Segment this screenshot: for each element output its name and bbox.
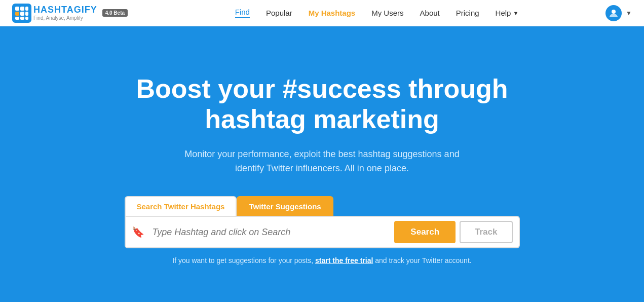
nav-links: Find Popular My Hashtags My Users About … — [148, 8, 605, 18]
svg-rect-5 — [20, 12, 24, 16]
search-row: 🔖 Search Track — [125, 216, 520, 248]
hero-title: Boost your #success through hashtag mark… — [94, 74, 550, 135]
nav-link-pricing[interactable]: Pricing — [456, 9, 479, 17]
search-input[interactable] — [148, 225, 391, 240]
svg-rect-8 — [20, 17, 24, 20]
bookmark-icon: 🔖 — [132, 226, 144, 238]
hint-suffix: and track your Twitter account. — [375, 256, 471, 265]
track-button[interactable]: Track — [460, 221, 512, 243]
logo-tagline: Find, Analyse, Amplify — [33, 15, 97, 21]
nav-link-myusers[interactable]: My Users — [371, 9, 403, 17]
nav-link-find[interactable]: Find — [235, 8, 250, 18]
svg-rect-9 — [25, 17, 28, 20]
nav-link-help[interactable]: Help ▼ — [496, 9, 519, 17]
user-icon — [609, 8, 619, 18]
account-chevron-icon[interactable]: ▼ — [626, 10, 632, 17]
hint-link[interactable]: start the free trial — [315, 256, 373, 265]
svg-rect-4 — [15, 12, 19, 16]
search-container: Search Twitter Hashtags Twitter Suggesti… — [125, 196, 520, 248]
svg-rect-6 — [25, 12, 28, 16]
nav-right: ▼ — [605, 5, 632, 21]
logo-badge: 4.0 Beta — [102, 9, 128, 17]
svg-point-10 — [612, 10, 616, 14]
search-button[interactable]: Search — [394, 221, 456, 243]
logo-text-block: HASHTAGIFY Find, Analyse, Amplify — [33, 5, 97, 21]
tab-twitter-suggestions[interactable]: Twitter Suggestions — [237, 196, 333, 216]
chevron-down-icon: ▼ — [513, 10, 518, 16]
tabs-row: Search Twitter Hashtags Twitter Suggesti… — [125, 196, 333, 216]
tab-search-twitter-hashtags[interactable]: Search Twitter Hashtags — [125, 196, 237, 216]
hero-subtitle: Monitor your performance, exploit the be… — [175, 147, 469, 176]
svg-rect-2 — [20, 7, 24, 11]
svg-rect-7 — [15, 17, 19, 20]
avatar[interactable] — [605, 5, 622, 21]
nav-link-myhashtags[interactable]: My Hashtags — [309, 9, 356, 17]
hint-text: If you want to get suggestions for your … — [172, 256, 471, 265]
nav-link-popular[interactable]: Popular — [266, 9, 292, 17]
navbar: HASHTAGIFY Find, Analyse, Amplify 4.0 Be… — [0, 0, 644, 26]
hint-prefix: If you want to get suggestions for your … — [172, 256, 313, 265]
svg-rect-1 — [15, 7, 19, 11]
logo-icon — [12, 4, 31, 23]
svg-rect-3 — [25, 7, 28, 11]
nav-link-about[interactable]: About — [420, 9, 440, 17]
logo-area[interactable]: HASHTAGIFY Find, Analyse, Amplify 4.0 Be… — [12, 4, 128, 23]
hero-section: Boost your #success through hashtag mark… — [0, 26, 644, 302]
logo-name: HASHTAGIFY — [33, 5, 97, 15]
